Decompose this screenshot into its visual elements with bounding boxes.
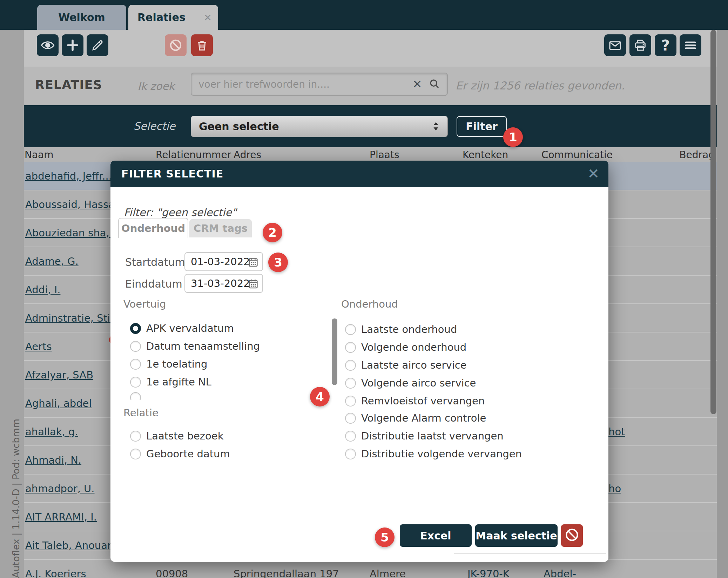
column-header-kenteken[interactable]: Kenteken xyxy=(463,149,508,161)
relation-link[interactable]: Adame, G. xyxy=(25,255,79,267)
relation-link[interactable]: abdehafid, Jeffr... xyxy=(25,170,112,182)
table-header: Naam Relatienummer Adres Plaats Kenteken… xyxy=(0,147,728,162)
relation-link[interactable]: Adminstratie, Stich xyxy=(25,312,122,324)
question-icon: ? xyxy=(661,37,670,54)
modal-tab-onderhoud[interactable]: Onderhoud xyxy=(118,218,188,238)
radio-icon xyxy=(345,342,356,353)
annotation-badge-2: 2 xyxy=(263,223,282,242)
pencil-icon xyxy=(91,39,104,52)
search-icon[interactable] xyxy=(428,78,441,92)
tab-close-icon[interactable]: ✕ xyxy=(204,12,212,23)
calendar-icon[interactable] xyxy=(248,278,259,292)
relation-link[interactable]: Ait Taleb, Anouar xyxy=(25,539,112,551)
search-box: ✕ xyxy=(191,73,448,96)
radio-option-distributie-volgende-vervangen[interactable]: Distributie volgende vervangen xyxy=(345,446,522,462)
radio-option-volgende-onderhoud[interactable]: Volgende onderhoud xyxy=(345,340,466,355)
cell-relatienummer: 00908 xyxy=(156,568,188,578)
radio-option-distributie-laatst-vervangen[interactable]: Distributie laatst vervangen xyxy=(345,428,504,444)
radio-option-apk-vervaldatum[interactable]: APK vervaldatum xyxy=(130,321,234,336)
maak-selectie-button[interactable]: Maak selectie xyxy=(475,524,558,547)
mail-button[interactable] xyxy=(604,34,626,56)
column-header-communicatie[interactable]: Communicatie xyxy=(541,149,613,161)
selection-dropdown[interactable]: Geen selectie xyxy=(191,116,448,137)
radio-option-volgende-airco-service[interactable]: Volgende airco service xyxy=(345,375,476,391)
page-scrollbar-track xyxy=(717,30,728,578)
relation-link[interactable]: Aboussaid, Hassan xyxy=(25,199,121,210)
section-title-voertuig: Voertuig xyxy=(123,298,166,310)
excel-button[interactable]: Excel xyxy=(400,524,472,547)
tab-relaties-label: Relaties xyxy=(137,11,186,23)
radio-icon xyxy=(130,341,141,352)
filter-button[interactable]: Filter xyxy=(457,116,507,137)
einddatum-input[interactable]: 31-03-2022 xyxy=(184,274,263,293)
print-button[interactable] xyxy=(629,34,651,56)
startdatum-input[interactable]: 01-03-2022 xyxy=(184,252,263,271)
delete-button[interactable] xyxy=(191,34,213,56)
radio-option-laatste-airco-service[interactable]: Laatste airco service xyxy=(345,357,467,373)
column-header-adres[interactable]: Adres xyxy=(234,149,261,161)
radio-selected-icon xyxy=(130,323,141,334)
relation-link[interactable]: Abouziedan sha, Isl xyxy=(25,227,124,239)
radio-icon xyxy=(345,431,356,442)
add-button[interactable] xyxy=(62,34,83,56)
communication-link[interactable]: hot xyxy=(608,426,625,438)
radio-option-remvloeistof-vervangen[interactable]: Remvloeistof vervangen xyxy=(345,393,485,409)
radio-icon xyxy=(345,324,356,335)
modal-scrollbar-thumb[interactable] xyxy=(332,318,337,385)
radio-option-laatste-bezoek[interactable]: Laatste bezoek xyxy=(130,428,223,444)
relation-link[interactable]: ahmadpor, U. xyxy=(25,483,95,495)
relation-link[interactable]: Afzalyar, SAB xyxy=(25,369,93,381)
results-count-text: Er zijn 1256 relaties gevonden. xyxy=(456,79,625,92)
column-header-plaats[interactable]: Plaats xyxy=(370,149,399,161)
clear-search-icon[interactable]: ✕ xyxy=(412,78,422,91)
edit-button[interactable] xyxy=(87,34,108,56)
modal-tab-crm-tags[interactable]: CRM tags xyxy=(189,219,252,237)
startdatum-label: Startdatum xyxy=(125,256,185,268)
menu-button[interactable] xyxy=(680,34,701,56)
annotation-badge-5: 5 xyxy=(375,527,395,547)
page-scrollbar-thumb[interactable] xyxy=(710,30,716,414)
annotation-badge-1: 1 xyxy=(503,127,523,147)
radio-option-volgende-alarm-controle[interactable]: Volgende Alarm controle xyxy=(345,410,486,426)
search-input[interactable] xyxy=(198,75,396,94)
tab-welkom[interactable]: Welkom xyxy=(37,5,126,30)
radio-option-1e-afgifte-nl[interactable]: 1e afgifte NL xyxy=(130,374,211,390)
table-row[interactable]: A.J. Koeriers 00908 Springendallaan 197 … xyxy=(24,560,718,578)
einddatum-value: 31-03-2022 xyxy=(191,277,250,289)
modal-close-icon[interactable]: ✕ xyxy=(587,166,599,182)
selection-dropdown-value: Geen selectie xyxy=(199,120,279,133)
communication-link[interactable]: Abdel- xyxy=(544,568,576,578)
calendar-icon[interactable] xyxy=(248,256,259,270)
kenteken-link[interactable]: JK-970-K xyxy=(467,568,510,578)
column-header-bedrag[interactable]: Bedrag xyxy=(659,149,715,161)
relation-link[interactable]: Ahmadi, N. xyxy=(25,454,81,466)
radio-option-laatste-onderhoud[interactable]: Laatste onderhoud xyxy=(345,322,457,337)
radio-icon xyxy=(345,378,356,389)
relation-link[interactable]: Aerts xyxy=(25,341,52,352)
radio-option-clipped[interactable] xyxy=(130,391,141,400)
radio-option-geboorte-datum[interactable]: Geboorte datum xyxy=(130,446,230,462)
scroll-clipped-option xyxy=(130,391,305,400)
column-header-naam[interactable]: Naam xyxy=(25,149,54,161)
tab-relaties[interactable]: Relaties ✕ xyxy=(128,5,218,30)
help-button[interactable]: ? xyxy=(655,34,676,56)
relation-link[interactable]: Addi, I. xyxy=(25,284,60,296)
view-button[interactable] xyxy=(37,34,59,56)
relation-link[interactable]: Aghali, abdel xyxy=(25,397,92,409)
radio-icon xyxy=(130,377,141,388)
printer-icon xyxy=(633,38,647,52)
relation-link[interactable]: AIT ARRAMI, I. xyxy=(25,511,97,523)
relation-link[interactable]: A.J. Koeriers xyxy=(25,568,86,578)
column-header-relatienummer[interactable]: Relatienummer xyxy=(156,149,231,161)
radio-option-datum-tenaamstelling[interactable]: Datum tenaamstelling xyxy=(130,338,260,354)
top-tab-bar: Welkom Relaties ✕ xyxy=(0,0,728,30)
block-icon xyxy=(564,527,580,544)
autoflex-app: Welkom Relaties ✕ ? xyxy=(0,0,728,578)
block-button-disabled[interactable] xyxy=(165,34,187,56)
communication-link[interactable]: ho xyxy=(608,483,621,495)
relation-link[interactable]: ahallak, g. xyxy=(25,426,78,438)
cancel-selection-button[interactable] xyxy=(561,524,583,547)
toolbar: ? xyxy=(0,30,728,67)
startdatum-value: 01-03-2022 xyxy=(191,256,250,268)
radio-option-1e-toelating[interactable]: 1e toelating xyxy=(130,356,208,372)
